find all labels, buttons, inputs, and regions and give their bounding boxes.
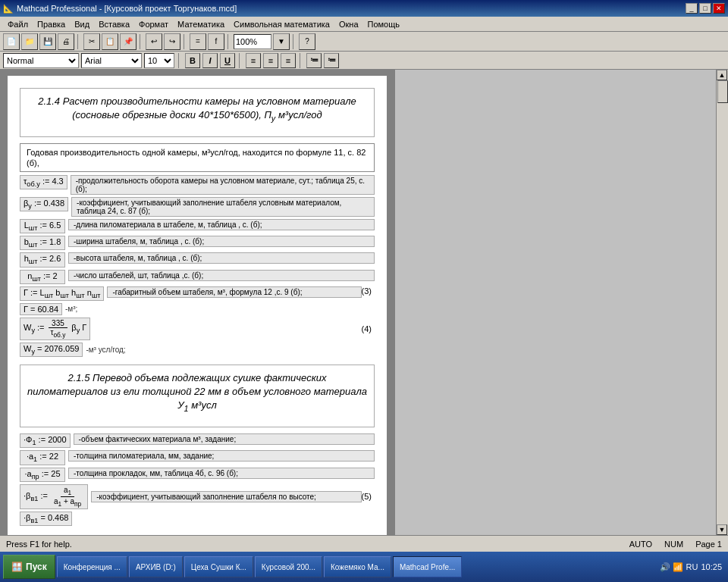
taskbar: 🪟 Пуск Конференция ... АРХИВ (D:) Цеха С… xyxy=(0,552,728,582)
menu-math[interactable]: Математика xyxy=(173,18,229,30)
menu-bar: Файл Правка Вид Вставка Формат Математик… xyxy=(0,17,728,32)
apr-formula: ·aпр := 25 xyxy=(20,468,65,482)
betav1-result-box: ·βв1 = 0.468 xyxy=(20,512,72,526)
redo-btn[interactable]: ↪ xyxy=(164,33,180,50)
W-result-value: 2076.059 xyxy=(45,344,80,353)
bullets-btn[interactable]: ≔ xyxy=(306,53,322,68)
paste-btn[interactable]: 📌 xyxy=(120,33,136,50)
close-btn[interactable]: ✕ xyxy=(713,3,725,14)
G-unit: -м³; xyxy=(65,305,77,313)
G-result-value: 60.84 xyxy=(38,305,59,314)
undo-btn[interactable]: ↩ xyxy=(146,33,162,50)
n-name: nшт xyxy=(27,271,41,280)
phi1-comment: -объем фактических материала м³, задание… xyxy=(74,433,375,445)
b-line: bшт := 1.8 -ширина штабеля, м, таблица ,… xyxy=(20,236,375,250)
betav1-comment: -коэффициент, учитывающий заполнение шта… xyxy=(91,491,361,502)
scroll-thumb[interactable] xyxy=(717,80,728,103)
italic-btn[interactable]: I xyxy=(202,53,218,68)
menu-insert[interactable]: Вставка xyxy=(94,18,134,30)
menu-format[interactable]: Формат xyxy=(134,18,173,30)
cut-btn[interactable]: ✂ xyxy=(83,33,100,50)
format-btn[interactable]: f xyxy=(208,33,224,50)
apr-comment: -толщина прокладок, мм, таблица 4б, с. 9… xyxy=(68,468,375,479)
numbered-btn[interactable]: ≔ xyxy=(324,53,339,68)
taskbar-item-4[interactable]: Кожемяко Ма... xyxy=(324,556,391,577)
mode-text: AUTO xyxy=(629,540,652,549)
W-denominator: τоб.у xyxy=(48,328,69,339)
h-name: hшт xyxy=(24,254,38,263)
subscript-1: 1 xyxy=(184,404,189,413)
menu-view[interactable]: Вид xyxy=(70,18,94,30)
sep7 xyxy=(239,53,242,68)
taskbar-item-3[interactable]: Курсовой 200... xyxy=(255,556,322,577)
betav1-formula-line: ·βв1 := a1 a1 + aпр -коэффициент, учитыв… xyxy=(20,484,375,509)
main-text: Годовая производительность одной камеры,… xyxy=(27,148,366,167)
b-name: bшт xyxy=(24,237,38,246)
G-comment: -габаритный объем штабеля, м³, формула 1… xyxy=(107,286,361,298)
menu-symbolic[interactable]: Символьная математика xyxy=(229,18,334,30)
align-right-btn[interactable]: ≡ xyxy=(281,53,296,68)
betav1-den: a1 + aпр xyxy=(51,497,84,508)
scroll-up-btn[interactable]: ▲ xyxy=(717,70,727,80)
apr-value: 25 xyxy=(51,469,60,478)
scroll-down-btn[interactable]: ▼ xyxy=(717,524,727,535)
title-bar: 📐 Mathcad Professional - [Курсовой проек… xyxy=(0,0,728,17)
taskbar-item-3-label: Курсовой 200... xyxy=(262,563,315,571)
maximize-btn[interactable]: □ xyxy=(699,3,711,14)
W-numerator: 335 xyxy=(49,319,67,328)
n-value: 2 xyxy=(53,271,58,280)
menu-file[interactable]: Файл xyxy=(3,18,33,30)
align-left-btn[interactable]: ≡ xyxy=(246,53,261,68)
scrollbar-v[interactable]: ▲ ▼ xyxy=(716,70,728,535)
L-comment: -длина пиломатериала в штабеле, м, табли… xyxy=(68,219,375,230)
W-number: (4) xyxy=(362,324,375,333)
font-select[interactable]: Arial xyxy=(81,53,142,68)
start-icon: 🪟 xyxy=(11,562,23,572)
menu-edit[interactable]: Правка xyxy=(33,18,70,30)
taskbar-item-5-label: Mathcad Profe... xyxy=(400,563,455,571)
sep4 xyxy=(228,34,231,49)
calc-btn[interactable]: = xyxy=(190,33,206,50)
a1-value: 22 xyxy=(49,452,58,461)
beta-comment: -коэффициент, учитывающий заполнение шта… xyxy=(71,197,375,217)
content-area[interactable]: 2.1.4 Расчет производительности камеры н… xyxy=(0,70,728,535)
numlock-text: NUM xyxy=(664,540,683,549)
phi1-value: 2000 xyxy=(48,435,66,444)
a1-name: ·a1 xyxy=(27,452,37,461)
print-btn[interactable]: 🖨 xyxy=(58,33,74,50)
menu-window[interactable]: Окна xyxy=(334,18,363,30)
zoom-dropdown[interactable]: ▼ xyxy=(273,33,290,50)
tray-icons: 🔊 📶 xyxy=(660,562,683,572)
minimize-btn[interactable]: _ xyxy=(686,3,698,14)
taskbar-item-1-label: АРХИВ (D:) xyxy=(136,563,176,571)
app-icon: 📐 xyxy=(3,4,14,14)
copy-btn[interactable]: 📋 xyxy=(102,33,118,50)
L-formula: Lшт := 6.5 xyxy=(20,219,65,233)
start-button[interactable]: 🪟 Пуск xyxy=(3,555,55,579)
title-bar-right[interactable]: _ □ ✕ xyxy=(686,3,725,14)
taskbar-item-5[interactable]: Mathcad Profe... xyxy=(393,556,462,577)
start-label: Пуск xyxy=(26,562,47,572)
doc-scroll[interactable]: 2.1.4 Расчет производительности камеры н… xyxy=(0,70,394,535)
open-btn[interactable]: 📁 xyxy=(21,33,38,50)
sep2 xyxy=(140,34,143,49)
new-btn[interactable]: 📄 xyxy=(3,33,20,50)
phi1-line: ·Ф1 := 2000 -объем фактических материала… xyxy=(20,433,375,448)
underline-btn[interactable]: U xyxy=(220,53,235,68)
taskbar-item-0[interactable]: Конференция ... xyxy=(57,556,127,577)
bold-btn[interactable]: B xyxy=(185,53,200,68)
b-value: 1.8 xyxy=(49,237,61,246)
align-center-btn[interactable]: ≡ xyxy=(263,53,278,68)
taskbar-item-1[interactable]: АРХИВ (D:) xyxy=(129,556,183,577)
help-btn[interactable]: ? xyxy=(299,33,315,50)
taskbar-item-2[interactable]: Цеха Сушки К... xyxy=(184,556,253,577)
status-bar: Press F1 for help. AUTO NUM Page 1 xyxy=(0,535,728,552)
size-select[interactable]: 10 xyxy=(144,53,174,68)
title-bar-left: 📐 Mathcad Professional - [Курсовой проек… xyxy=(3,4,237,14)
betav1-result-value: 0.468 xyxy=(48,513,69,522)
menu-help[interactable]: Помощь xyxy=(363,18,405,30)
zoom-input[interactable] xyxy=(234,34,271,49)
style-select[interactable]: Normal xyxy=(3,53,79,68)
save-btn[interactable]: 💾 xyxy=(39,33,56,50)
help-text: Press F1 for help. xyxy=(6,540,72,549)
